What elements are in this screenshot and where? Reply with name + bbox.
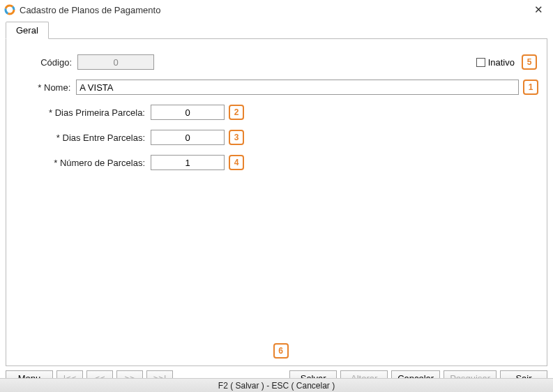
codigo-label: Código: bbox=[15, 57, 77, 68]
row-dias-primeira: * Dias Primeira Parcela: 2 bbox=[15, 105, 538, 120]
status-bar: F2 ( Salvar ) - ESC ( Cancelar ) bbox=[0, 378, 553, 392]
annotation-1: 1 bbox=[523, 80, 538, 95]
nome-label: * Nome: bbox=[15, 82, 76, 93]
dias-primeira-label: * Dias Primeira Parcela: bbox=[15, 107, 151, 118]
tab-geral[interactable]: Geral bbox=[6, 22, 49, 39]
dias-entre-label: * Dias Entre Parcelas: bbox=[15, 133, 151, 143]
num-parcelas-field[interactable] bbox=[151, 155, 225, 170]
tab-strip: Geral bbox=[6, 21, 547, 38]
row-num-parcelas: * Número de Parcelas: 4 bbox=[15, 155, 538, 170]
app-icon bbox=[4, 4, 15, 15]
row-nome: * Nome: 1 bbox=[15, 80, 538, 95]
nome-field[interactable] bbox=[76, 80, 519, 95]
inativo-label: Inativo bbox=[488, 57, 515, 68]
annotation-3: 3 bbox=[229, 130, 244, 145]
codigo-field bbox=[77, 54, 154, 70]
row-dias-entre: * Dias Entre Parcelas: 3 bbox=[15, 130, 538, 145]
num-parcelas-label: * Número de Parcelas: bbox=[15, 158, 151, 168]
dias-primeira-field[interactable] bbox=[151, 105, 225, 120]
close-icon[interactable]: ✕ bbox=[528, 2, 549, 17]
title-bar: Cadastro de Planos de Pagamento ✕ bbox=[0, 0, 553, 20]
window-title: Cadastro de Planos de Pagamento bbox=[20, 5, 528, 15]
inativo-wrap: Inativo 5 bbox=[476, 54, 537, 70]
row-codigo: Código: bbox=[15, 54, 538, 70]
annotation-2: 2 bbox=[229, 105, 244, 120]
annotation-4: 4 bbox=[229, 155, 244, 170]
dias-entre-field[interactable] bbox=[151, 130, 225, 145]
annotation-5: 5 bbox=[522, 54, 537, 70]
annotation-6: 6 bbox=[273, 343, 289, 359]
inativo-checkbox[interactable] bbox=[476, 58, 485, 67]
form-panel: Inativo 5 Código: * Nome: 1 * Dias Prime… bbox=[6, 38, 547, 366]
